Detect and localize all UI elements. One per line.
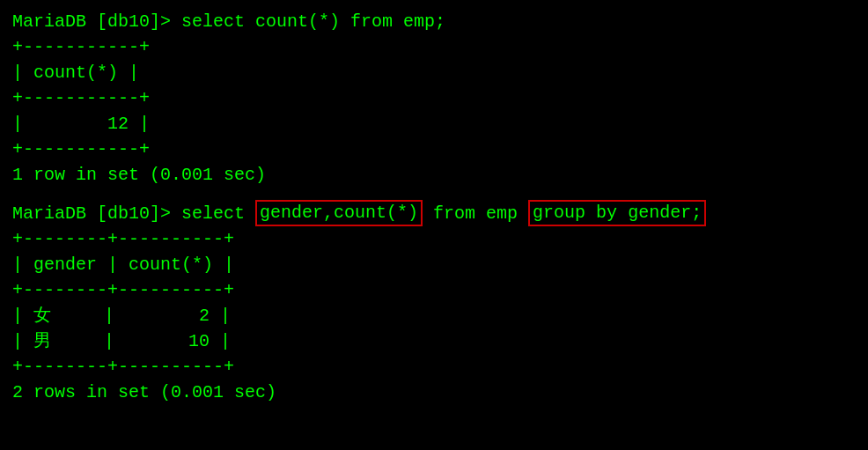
q1-header: | count(*) | (12, 60, 856, 85)
query1-command-line: MariaDB [db10]> select count(*) from emp… (12, 9, 856, 34)
q2-row2-count: 10 | (114, 328, 231, 354)
q2-prefix: select (171, 201, 255, 226)
q2-middle: from emp (423, 201, 528, 226)
q2-sep2: +--------+----------+ (12, 277, 856, 303)
q2-sep1: +--------+----------+ (12, 226, 856, 252)
q2-row1-gender: | 女 | (12, 303, 114, 328)
q2-row1-count: 2 | (114, 303, 231, 328)
q2-result: 2 rows in set (0.001 sec) (12, 380, 856, 405)
q2-row1: | 女 | 2 | (12, 303, 856, 328)
q2-sep3: +--------+----------+ (12, 354, 856, 380)
q2-header: | gender | count(*) | (12, 252, 856, 277)
query2-command-line: MariaDB [db10]> select gender,count(*) f… (12, 200, 856, 226)
terminal: MariaDB [db10]> select count(*) from emp… (12, 9, 856, 441)
q1-sep3: +-----------+ (12, 136, 856, 162)
q2-highlight2: group by gender; (528, 200, 706, 226)
q2-row2-gender: | 男 | (12, 328, 114, 354)
q1-row: | 12 | (12, 111, 856, 136)
prompt2: MariaDB [db10]> (12, 201, 171, 226)
q1-result: 1 row in set (0.001 sec) (12, 162, 856, 188)
prompt1: MariaDB [db10]> (12, 9, 171, 34)
q2-row2: | 男 | 10 | (12, 328, 856, 354)
q1-sep2: +-----------+ (12, 85, 856, 111)
q2-highlight1: gender,count(*) (255, 200, 423, 226)
q1-sep1: +-----------+ (12, 34, 856, 60)
query1-cmd: select count(*) from emp; (171, 9, 445, 34)
